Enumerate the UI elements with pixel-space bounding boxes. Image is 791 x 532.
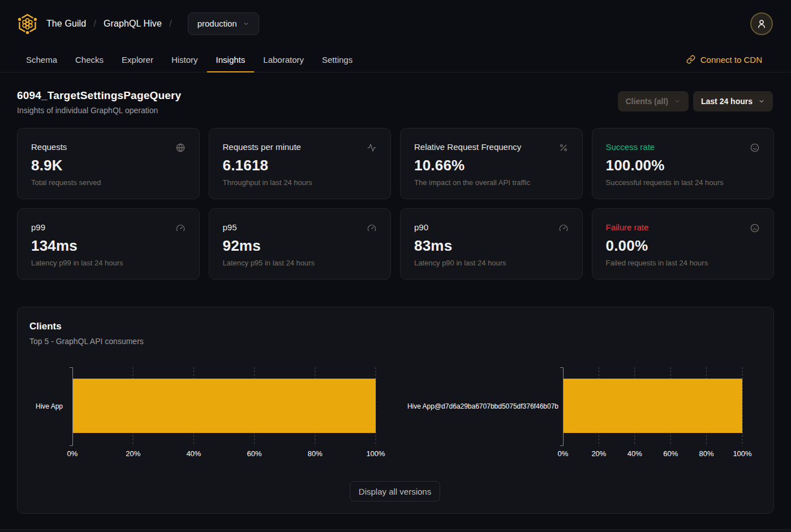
- svg-text:0%: 0%: [558, 449, 569, 458]
- svg-text:60%: 60%: [247, 449, 262, 458]
- svg-text:20%: 20%: [126, 449, 140, 458]
- svg-text:100%: 100%: [366, 449, 385, 458]
- svg-text:0%: 0%: [67, 449, 78, 458]
- svg-text:20%: 20%: [591, 449, 606, 458]
- svg-text:Hive App: Hive App: [36, 402, 63, 410]
- svg-text:80%: 80%: [308, 449, 323, 458]
- svg-text:60%: 60%: [663, 449, 678, 458]
- svg-text:80%: 80%: [699, 449, 714, 458]
- svg-text:Hive App@d7d6a29ba6707bbd5075d: Hive App@d7d6a29ba6707bbd5075df376f46b07…: [407, 402, 558, 410]
- svg-text:100%: 100%: [733, 449, 752, 458]
- svg-text:40%: 40%: [627, 449, 642, 458]
- svg-text:40%: 40%: [186, 449, 201, 458]
